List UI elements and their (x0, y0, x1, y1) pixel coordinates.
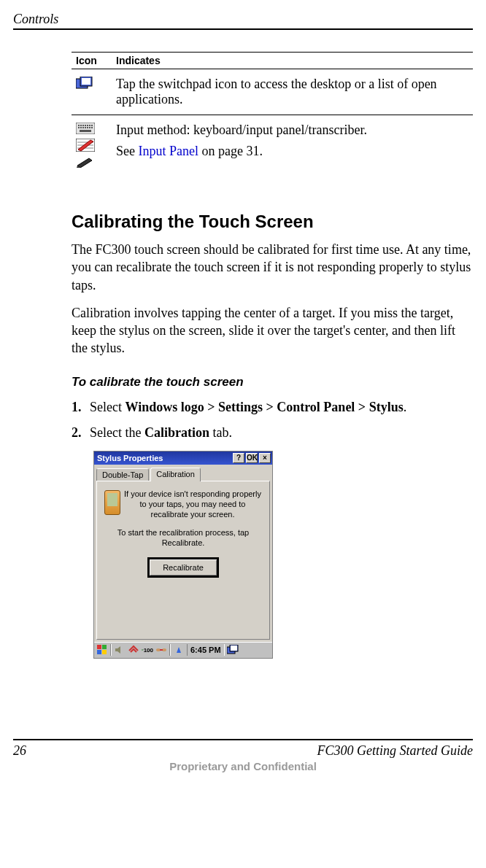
col-header-icon: Icon (72, 53, 112, 69)
section-title: Calibrating the Touch Screen (72, 212, 473, 232)
step-2: 2.Select the Calibration tab. (72, 425, 473, 441)
svg-rect-25 (97, 650, 101, 654)
panel-text-1: If your device isn't responding properly… (123, 489, 262, 520)
procedure-title: To calibrate the touch screen (72, 375, 473, 390)
tab-calibration[interactable]: Calibration (150, 468, 201, 481)
svg-rect-2 (82, 78, 90, 85)
svg-rect-15 (87, 127, 88, 128)
connection-icon[interactable] (155, 644, 167, 656)
svg-rect-5 (80, 125, 82, 126)
battery-icon[interactable]: 100 (142, 644, 153, 656)
svg-rect-7 (85, 125, 86, 126)
svg-rect-12 (80, 127, 82, 128)
svg-rect-13 (82, 127, 84, 128)
taskbar: 100 6:45 PM (94, 642, 272, 658)
ok-button[interactable]: OK (246, 453, 258, 463)
svg-rect-35 (231, 646, 237, 651)
svg-rect-8 (87, 125, 88, 126)
svg-rect-18 (80, 130, 91, 132)
panel-text-2: To start the recalibration process, tap … (104, 527, 262, 549)
taskbar-clock[interactable]: 6:45 PM (187, 644, 225, 656)
svg-rect-11 (78, 127, 80, 128)
arrow-icon[interactable] (173, 644, 185, 656)
switchpad-icon (76, 77, 107, 91)
guide-title: FC300 Getting Started Guide (317, 743, 473, 759)
tab-double-tap[interactable]: Double-Tap (96, 468, 149, 481)
row2-text-line1: Input method: keyboard/input panel/trans… (116, 123, 468, 138)
col-header-indicates: Indicates (112, 53, 473, 69)
table-row: Input method: keyboard/input panel/trans… (72, 115, 473, 176)
svg-rect-24 (102, 645, 107, 649)
svg-rect-10 (91, 125, 93, 126)
desktop-switch-icon[interactable] (227, 644, 239, 656)
paragraph: Calibration involves tapping the center … (72, 304, 473, 357)
running-header: Controls (13, 12, 473, 27)
tab-panel-calibration: If your device isn't responding properly… (96, 481, 270, 640)
svg-rect-23 (97, 645, 101, 649)
windows-start-icon[interactable] (96, 644, 108, 656)
row2-text-line2: See Input Panel on page 31. (116, 144, 468, 159)
recalibrate-button[interactable]: Recalibrate (148, 558, 218, 577)
page-number: 26 (13, 743, 26, 759)
step-1: 1.Select Windows logo > Settings > Contr… (72, 400, 473, 415)
help-button[interactable]: ? (233, 453, 244, 463)
header-rule (13, 28, 473, 30)
svg-rect-16 (89, 127, 90, 128)
svg-rect-4 (78, 125, 80, 126)
network-icon[interactable] (128, 644, 139, 656)
confidential-notice: Proprietary and Confidential (13, 760, 473, 772)
svg-rect-17 (91, 127, 93, 128)
sound-icon[interactable] (114, 644, 126, 656)
stylus-properties-dialog: Stylus Properties ? OK × Double-Tap Cali… (93, 451, 273, 659)
close-button[interactable]: × (259, 453, 271, 463)
keyboard-icon (76, 123, 95, 134)
svg-rect-14 (85, 127, 86, 128)
input-panel-icon (76, 139, 95, 152)
table-row: Tap the switchpad icon to access the des… (72, 69, 473, 115)
device-icon (104, 490, 120, 515)
footer-rule (13, 739, 473, 740)
svg-rect-26 (102, 650, 107, 654)
svg-rect-9 (89, 125, 90, 126)
input-panel-link[interactable]: Input Panel (139, 144, 199, 158)
dialog-titlebar: Stylus Properties ? OK × (94, 452, 272, 465)
footer-row: 26 FC300 Getting Started Guide (13, 743, 473, 759)
row1-text: Tap the switchpad icon to access the des… (112, 69, 473, 115)
pencil-icon (76, 156, 95, 168)
paragraph: The FC300 touch screen should be calibra… (72, 241, 473, 294)
svg-rect-6 (82, 125, 84, 126)
dialog-title: Stylus Properties (97, 454, 231, 462)
icon-indicates-table: Icon Indicates Tap (72, 52, 473, 175)
